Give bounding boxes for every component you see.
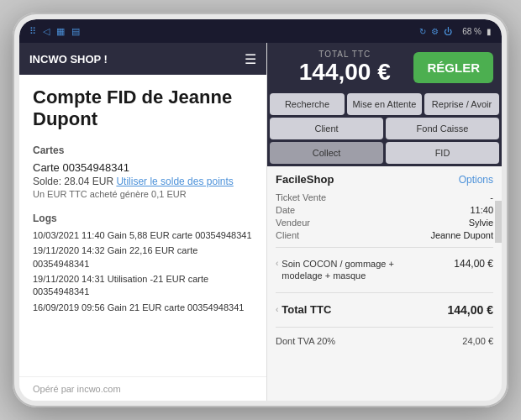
battery-icon: ▮: [487, 27, 492, 36]
account-title: Compte FID de Jeanne Dupont: [33, 87, 253, 131]
receipt-total-row: ‹ Total TTC 144,00 €: [276, 300, 493, 320]
settings-icon: ⚙: [431, 27, 439, 36]
status-bar: ⠿ ◁ ▦ ▤ ↻ ⚙ ⏻ 68 % ▮: [19, 19, 502, 43]
button-row-1: Recherche Mise en Attente Reprise / Avoi…: [267, 91, 502, 115]
log-entry-3: 19/11/2020 14:31 Utilisation -21 EUR car…: [33, 273, 253, 299]
signal-icon: ▤: [71, 26, 80, 37]
link-points[interactable]: Utiliser le solde des points: [116, 176, 233, 187]
tablet-screen: ⠿ ◁ ▦ ▤ ↻ ⚙ ⏻ 68 % ▮ INCWO SHOP ! ☰: [19, 19, 502, 401]
ticket-label: Ticket Vente: [276, 192, 326, 202]
date-label: Date: [276, 205, 295, 215]
client-value: Jeanne Dupont: [430, 230, 493, 240]
status-bar-right: ↻ ⚙ ⏻ 68 % ▮: [419, 27, 492, 36]
tablet-device: ⠿ ◁ ▦ ▤ ↻ ⚙ ⏻ 68 % ▮ INCWO SHOP ! ☰: [13, 13, 508, 407]
speaker-icon: ◁: [43, 26, 50, 37]
vendeur-label: Vendeur: [276, 218, 310, 228]
receipt-total-amount: 144,00 €: [448, 303, 494, 317]
receipt-area: FacileShop Options Ticket Vente - Date 1…: [267, 166, 502, 401]
receipt-item-name: Soin COCON / gommage + modelage + masque: [282, 258, 416, 282]
receipt-options[interactable]: Options: [459, 174, 493, 186]
receipt-item-1: ‹ Soin COCON / gommage + modelage + masq…: [276, 255, 493, 286]
tva-amount: 24,00 €: [462, 336, 493, 346]
ticket-value: -: [490, 192, 493, 202]
receipt-divider-3: [276, 327, 493, 328]
card-balance: Solde: 28.04 EUR Utiliser le solde des p…: [33, 176, 253, 187]
log-entry-1: 10/03/2021 11:40 Gain 5,88 EUR carte 003…: [33, 229, 253, 242]
item-chevron-icon: ‹: [276, 259, 278, 268]
left-content: Compte FID de Jeanne Dupont Cartes Carte…: [19, 75, 266, 376]
left-panel: INCWO SHOP ! ☰ Compte FID de Jeanne Dupo…: [19, 43, 267, 401]
date-value: 11:40: [470, 205, 493, 215]
total-label: TOTAL TTC: [276, 50, 413, 59]
grid-icon: ⠿: [29, 26, 36, 37]
total-amount: 144,00 €: [276, 59, 413, 86]
top-bar: INCWO SHOP ! ☰: [19, 43, 266, 75]
card-info: Un EUR TTC acheté génère 0,1 EUR: [33, 189, 253, 199]
collect-button[interactable]: Collect: [270, 142, 383, 164]
tva-label: Dont TVA 20%: [276, 336, 335, 346]
battery-text: 68 %: [462, 27, 482, 36]
receipt-item-price: 144,00 €: [454, 258, 493, 270]
pos-panel: TOTAL TTC 144,00 € RÉGLER Recherche Mise…: [267, 43, 502, 401]
button-row-3: Collect FID: [267, 139, 502, 166]
receipt-divider-2: [276, 292, 493, 293]
client-button[interactable]: Client: [270, 118, 383, 139]
receipt-row-vendeur: Vendeur Sylvie: [276, 218, 493, 228]
log-entry-2: 19/11/2020 14:32 Gain 22,16 EUR carte 00…: [33, 244, 253, 270]
total-section: TOTAL TTC 144,00 € RÉGLER: [267, 43, 502, 91]
hamburger-menu[interactable]: ☰: [245, 51, 256, 67]
card-number: Carte 00354948341: [33, 161, 253, 174]
receipt-divider-1: [276, 247, 493, 248]
footer-label: Opéré par incwo.com: [19, 376, 266, 401]
recherche-button[interactable]: Recherche: [270, 93, 345, 115]
cards-section-label: Cartes: [33, 144, 253, 156]
total-chevron-icon: ‹: [276, 305, 278, 314]
receipt-header: FacileShop Options: [276, 173, 493, 186]
regler-button[interactable]: RÉGLER: [413, 52, 493, 83]
mise-en-attente-button[interactable]: Mise en Attente: [347, 93, 422, 115]
log-entry-4: 16/09/2019 09:56 Gain 21 EUR carte 00354…: [33, 302, 253, 314]
receipt-row-date: Date 11:40: [276, 205, 493, 215]
total-info: TOTAL TTC 144,00 €: [276, 50, 413, 86]
shop-title: INCWO SHOP !: [29, 53, 108, 66]
logs-section: Logs 10/03/2021 11:40 Gain 5,88 EUR cart…: [33, 213, 253, 314]
logs-section-label: Logs: [33, 213, 253, 224]
receipt-total-left: ‹ Total TTC: [276, 303, 331, 316]
receipt-row-client: Client Jeanne Dupont: [276, 230, 493, 240]
fid-button[interactable]: FID: [386, 142, 499, 164]
receipt-title: FacileShop: [276, 173, 334, 186]
client-label: Client: [276, 230, 299, 240]
receipt-item-left: ‹ Soin COCON / gommage + modelage + masq…: [276, 258, 416, 282]
main-content: INCWO SHOP ! ☰ Compte FID de Jeanne Dupo…: [19, 43, 502, 401]
receipt-row-ticket: Ticket Vente -: [276, 192, 493, 202]
cards-section: Cartes Carte 00354948341 Solde: 28.04 EU…: [33, 144, 253, 199]
button-row-2: Client Fond Caisse: [267, 115, 502, 139]
side-button[interactable]: [495, 201, 502, 243]
receipt-tva-row: Dont TVA 20% 24,00 €: [276, 334, 493, 348]
balance-text: Solde: 28.04 EUR: [33, 176, 113, 187]
status-bar-left: ⠿ ◁ ▦ ▤: [29, 26, 80, 37]
power-icon: ⏻: [444, 27, 452, 36]
chart-icon: ▦: [56, 26, 65, 37]
reprise-avoir-button[interactable]: Reprise / Avoir: [424, 93, 499, 115]
refresh-icon: ↻: [419, 27, 426, 36]
fond-caisse-button[interactable]: Fond Caisse: [386, 118, 499, 139]
receipt-total-label: Total TTC: [282, 303, 331, 316]
vendeur-value: Sylvie: [469, 218, 493, 228]
